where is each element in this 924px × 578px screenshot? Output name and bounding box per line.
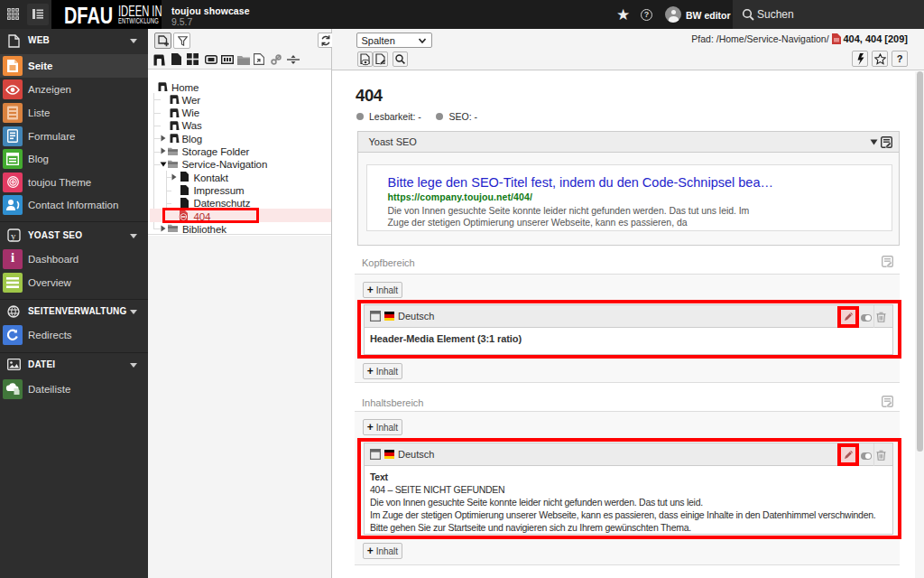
svg-text:y: y bbox=[11, 230, 16, 241]
